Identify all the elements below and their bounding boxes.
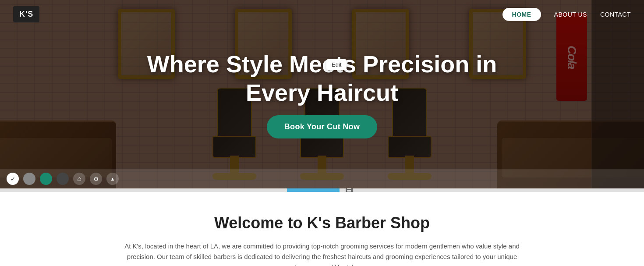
nav-contact[interactable]: CONTACT (600, 11, 631, 18)
welcome-heading: Welcome to K's Barber Shop (13, 214, 631, 232)
toolbar-up-icon[interactable]: ▲ (106, 173, 119, 185)
nav-about[interactable]: ABOUT US (554, 11, 587, 18)
cta-book-button[interactable]: Book Your Cut Now (267, 115, 377, 138)
site-header: K'S HOME ABOUT US CONTACT (0, 0, 644, 28)
toolbar-circle-teal[interactable] (40, 173, 52, 185)
hero-title: Where Style Meets Precision in Every Hai… (147, 50, 497, 107)
toolbar-home-icon[interactable]: ⌂ (73, 173, 85, 185)
site-logo: K'S (13, 6, 39, 22)
welcome-section: Welcome to K's Barber Shop At K's, locat… (0, 192, 644, 266)
toolbar-gear-icon[interactable]: ⚙ (90, 173, 102, 185)
toolbar-check-icon[interactable]: ✓ (7, 173, 19, 185)
nav-home[interactable]: HOME (502, 8, 541, 21)
hero-toolbar: ✓ ⌂ ⚙ ▲ (0, 169, 644, 188)
scroll-dot-2 (347, 190, 351, 191)
edit-tooltip[interactable]: Edit (326, 59, 347, 70)
scroll-bar (287, 188, 340, 192)
main-nav: HOME ABOUT US CONTACT (502, 8, 631, 21)
toolbar-circle-dark[interactable] (57, 173, 69, 185)
scroll-indicator (0, 188, 644, 192)
scroll-dots (346, 188, 353, 192)
scroll-dot-3 (347, 192, 351, 192)
toolbar-circle-gray[interactable] (23, 173, 35, 185)
hero-section: Cola K'S HOME ABOUT US CONTACT Where Sty… (0, 0, 644, 188)
welcome-description: At K's, located in the heart of LA, we a… (114, 241, 530, 266)
scroll-dot-1 (347, 188, 351, 189)
